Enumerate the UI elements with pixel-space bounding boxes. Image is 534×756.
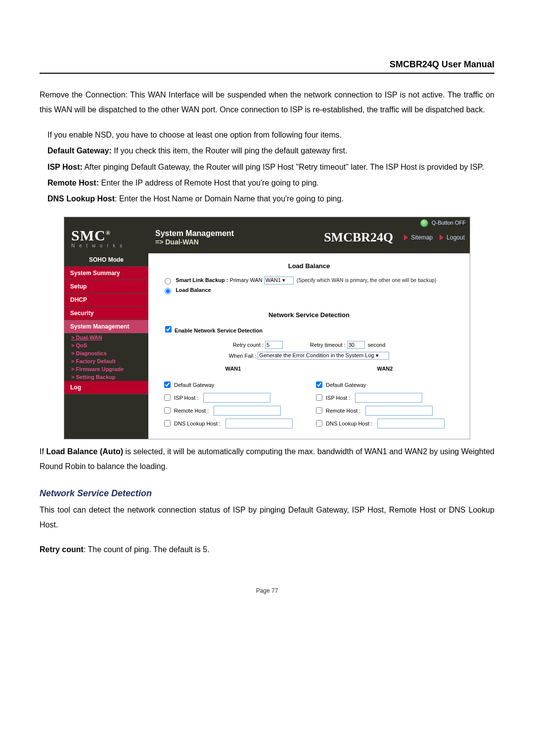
wan2-dns-label: DNS Lookup Host : [326,421,372,426]
sidebar-sub-setting[interactable]: > Setting Backup [64,373,148,381]
retry-count-text: : The count of ping. The default is 5. [84,545,210,554]
sidebar-sub-factory[interactable]: > Factory Default [64,357,148,365]
breadcrumb: => Dual-WAN [155,238,318,246]
retry-count-para: Retry count: The count of ping. The defa… [40,542,494,557]
manual-header: SMCBR24Q User Manual [40,59,494,74]
wan1-chk-dg[interactable] [164,381,171,388]
wan2-chk-dns[interactable] [316,420,322,426]
wan1-col: WAN1 Default Gateway ISP Host : Remote H… [157,361,309,430]
page-number: Page 77 [40,587,494,594]
retry-count-bold: Retry count [40,545,84,554]
wan1-dg-label: Default Gateway [174,382,214,388]
paragraph-remove-conn: Remove the Connection: This WAN Interfac… [40,88,494,118]
smart-link-hint: (Specify which WAN is primary, the other… [297,277,436,283]
wan1-heading: WAN1 [157,366,309,372]
wan1-isp-input[interactable] [203,393,270,403]
wan2-chk-dg[interactable] [316,381,322,388]
ui-body: SOHO Mode System Summary Setup DHCP Secu… [64,253,470,439]
nsd-section-para: This tool can detect the network connect… [40,503,494,533]
sidebar-item-setup[interactable]: Setup [64,280,148,293]
router-ui-screenshot: Q-Button OFF SMC® N e t w o r k s System… [64,217,470,439]
sidebar-sub-fw[interactable]: > Firmware Upgrade [64,365,148,373]
nsd-panel: Network Service Detection Enable Network… [157,308,461,430]
header-center: System Management => Dual-WAN [155,229,318,246]
smart-link-primary-wan-label: Primary WAN [230,277,263,283]
sidebar-sub-diag[interactable]: > Diagnostics [64,349,148,357]
radio-load-balance[interactable] [165,288,171,294]
sitemap-link[interactable]: Sitemap [411,234,433,241]
bullet-dg-text: If you check this item, the Router will … [112,146,348,155]
wan2-dg-label: Default Gateway [326,382,366,388]
sidebar-sub-qos[interactable]: > QoS [64,341,148,349]
retry-count-label: Retry count : [233,342,264,348]
when-fail-select[interactable] [258,352,389,360]
wan1-dns-input[interactable] [225,419,293,428]
retry-count-input[interactable] [265,341,283,349]
header-links: Sitemap Logout [399,234,465,241]
logo-text: SMC® [71,227,155,244]
qbutton-row: Q-Button OFF [64,217,470,227]
wan1-chk-isp[interactable] [164,394,171,401]
wan2-col: WAN2 Default Gateway ISP Host : Remote H… [309,361,461,430]
load-balance-row: Load Balance [157,285,461,295]
triangle-icon [440,235,444,240]
wan1-chk-dns[interactable] [164,420,171,426]
radio-smart-link[interactable] [165,278,171,284]
qbutton-icon [420,219,428,227]
sidebar: SOHO Mode System Summary Setup DHCP Secu… [64,253,148,439]
wan1-dns-label: DNS Lookup Host : [174,421,221,426]
sidebar-item-sysmgmt[interactable]: System Management [64,320,148,333]
load-balance-auto-bold: Load Balance (Auto) [46,447,123,456]
logo: SMC® N e t w o r k s [71,227,155,248]
when-fail-label: When Fail : [229,352,257,358]
wan1-chk-remote[interactable] [164,407,171,414]
sidebar-item-log[interactable]: Log [64,381,148,394]
chk-enable-nsd[interactable] [165,326,172,332]
wan2-heading: WAN2 [309,366,461,372]
content-panel: Load Balance Smart Link Backup : Primary… [148,253,470,439]
nsd-section-heading: Network Service Detection [40,488,494,499]
logo-registered-icon: ® [106,230,111,236]
wan2-remote-input[interactable] [365,406,433,416]
smart-link-label-bold: Smart Link Backup : [176,277,228,283]
model-name: SMCBR24Q [318,230,399,245]
wan2-chk-isp[interactable] [316,394,322,401]
load-balance-label: Load Balance [176,287,211,293]
bullet-dns-text: : Enter the Host Name or Domain Name tha… [115,194,344,203]
bullet-default-gateway: Default Gateway: If you check this item,… [47,143,494,158]
wan2-remote-label: Remote Host : [326,408,360,414]
manual-page: SMCBR24Q User Manual Remove the Connecti… [0,0,534,756]
sidebar-sub-dualwan[interactable]: > Dual-WAN [64,333,148,341]
sidebar-item-summary[interactable]: System Summary [64,267,148,280]
logo-subtext: N e t w o r k s [71,243,155,248]
wan2-chk-remote[interactable] [316,407,322,414]
triangle-icon [404,235,408,240]
sidebar-item-dhcp[interactable]: DHCP [64,293,148,307]
nsd-option-list: If you enable NSD, you have to choose at… [40,128,494,207]
primary-wan-select[interactable] [264,277,294,284]
smart-link-backup-row: Smart Link Backup : Primary WAN (Specify… [157,276,461,285]
bullet-dns: DNS Lookup Host: Enter the Host Name or … [47,191,494,206]
load-balance-title: Load Balance [157,259,461,276]
sidebar-item-soho[interactable]: SOHO Mode [64,253,148,267]
bullet-dg-bold: Default Gateway: [47,146,112,155]
second-label: second [368,342,385,348]
bullet-isp-bold: ISP Host: [47,163,83,171]
bullet-remote-host: Remote Host: Enter the IP address of Rem… [47,176,494,190]
wan2-isp-input[interactable] [355,393,422,403]
enable-nsd-label: Enable Network Service Detection [175,328,263,333]
paragraph-load-balance-auto: If Load Balance (Auto) is selected, it w… [40,444,494,474]
retry-timeout-label: Retry timeout : [310,342,346,348]
sidebar-item-security[interactable]: Security [64,307,148,320]
bullet-dns-bold: DNS Lookup Host [47,194,115,203]
wan1-remote-input[interactable] [214,406,281,416]
qbutton-label[interactable]: Q-Button OFF [432,220,466,226]
bullet-isp-host: ISP Host: After pinging Default Gateway,… [47,160,494,175]
wan-two-col: WAN1 Default Gateway ISP Host : Remote H… [157,361,461,430]
wan1-isp-label: ISP Host : [174,395,198,401]
wan2-dns-input[interactable] [377,419,445,428]
ui-header: SMC® N e t w o r k s System Management =… [64,227,470,253]
retry-timeout-input[interactable] [347,341,365,349]
logout-link[interactable]: Logout [446,234,465,241]
bullet-remote-bold: Remote Host: [47,179,99,187]
